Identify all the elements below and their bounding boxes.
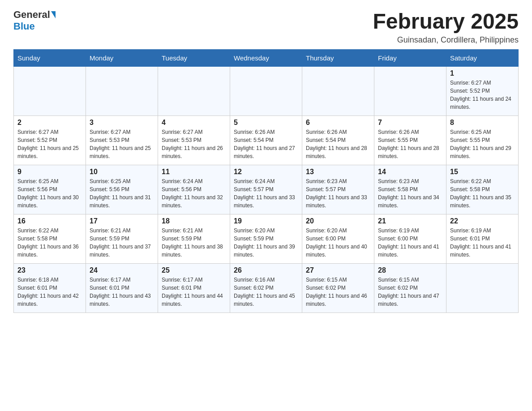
day-number: 27 [306, 266, 370, 274]
calendar-cell: 12Sunrise: 6:24 AM Sunset: 5:57 PM Dayli… [230, 165, 302, 214]
calendar-cell: 14Sunrise: 6:23 AM Sunset: 5:58 PM Dayli… [374, 165, 446, 214]
logo-general-text: General [13, 9, 50, 21]
calendar-cell: 13Sunrise: 6:23 AM Sunset: 5:57 PM Dayli… [302, 165, 374, 214]
day-info: Sunrise: 6:19 AM Sunset: 6:00 PM Dayligh… [378, 227, 442, 259]
calendar-cell: 1Sunrise: 6:27 AM Sunset: 5:52 PM Daylig… [446, 67, 519, 116]
day-info: Sunrise: 6:18 AM Sunset: 6:01 PM Dayligh… [17, 276, 82, 308]
day-number: 19 [234, 217, 298, 225]
day-info: Sunrise: 6:17 AM Sunset: 6:01 PM Dayligh… [90, 276, 154, 308]
logo-triangle-icon [51, 11, 56, 18]
logo-blue-text: Blue [13, 21, 35, 32]
day-info: Sunrise: 6:21 AM Sunset: 5:59 PM Dayligh… [162, 227, 226, 259]
day-number: 8 [450, 119, 515, 127]
calendar-week-row: 2Sunrise: 6:27 AM Sunset: 5:52 PM Daylig… [14, 116, 519, 165]
day-info: Sunrise: 6:21 AM Sunset: 5:59 PM Dayligh… [90, 227, 154, 259]
col-wednesday: Wednesday [230, 50, 302, 67]
day-info: Sunrise: 6:22 AM Sunset: 5:58 PM Dayligh… [17, 227, 82, 259]
day-number: 25 [162, 266, 226, 274]
day-info: Sunrise: 6:26 AM Sunset: 5:54 PM Dayligh… [306, 128, 370, 160]
calendar-cell: 26Sunrise: 6:16 AM Sunset: 6:02 PM Dayli… [230, 264, 302, 313]
calendar-cell: 17Sunrise: 6:21 AM Sunset: 5:59 PM Dayli… [86, 214, 158, 264]
day-number: 16 [17, 217, 82, 225]
day-info: Sunrise: 6:23 AM Sunset: 5:58 PM Dayligh… [378, 177, 442, 210]
calendar-cell: 11Sunrise: 6:24 AM Sunset: 5:56 PM Dayli… [158, 165, 230, 214]
month-title: February 2025 [373, 9, 519, 34]
day-info: Sunrise: 6:15 AM Sunset: 6:02 PM Dayligh… [306, 276, 370, 308]
page-header: General Blue February 2025 Guinsadan, Co… [13, 9, 519, 45]
day-number: 26 [234, 266, 298, 274]
day-info: Sunrise: 6:17 AM Sunset: 6:01 PM Dayligh… [162, 276, 226, 308]
day-number: 12 [234, 168, 298, 176]
day-info: Sunrise: 6:25 AM Sunset: 5:56 PM Dayligh… [17, 177, 82, 210]
calendar-cell: 8Sunrise: 6:25 AM Sunset: 5:55 PM Daylig… [446, 116, 519, 165]
day-info: Sunrise: 6:22 AM Sunset: 5:58 PM Dayligh… [450, 177, 515, 210]
day-number: 9 [17, 168, 82, 176]
day-info: Sunrise: 6:27 AM Sunset: 5:52 PM Dayligh… [17, 128, 82, 160]
day-number: 6 [306, 119, 370, 127]
day-number: 10 [90, 168, 154, 176]
day-number: 28 [378, 266, 442, 274]
day-number: 22 [450, 217, 515, 225]
calendar-table: Sunday Monday Tuesday Wednesday Thursday… [13, 49, 519, 313]
calendar-cell [86, 67, 158, 116]
calendar-cell: 15Sunrise: 6:22 AM Sunset: 5:58 PM Dayli… [446, 165, 519, 214]
calendar-week-row: 16Sunrise: 6:22 AM Sunset: 5:58 PM Dayli… [14, 214, 519, 264]
col-tuesday: Tuesday [158, 50, 230, 67]
day-info: Sunrise: 6:15 AM Sunset: 6:02 PM Dayligh… [378, 276, 442, 308]
col-saturday: Saturday [446, 50, 519, 67]
day-number: 23 [17, 266, 82, 274]
calendar-cell: 3Sunrise: 6:27 AM Sunset: 5:53 PM Daylig… [86, 116, 158, 165]
day-number: 14 [378, 168, 442, 176]
day-info: Sunrise: 6:26 AM Sunset: 5:54 PM Dayligh… [234, 128, 298, 160]
day-number: 13 [306, 168, 370, 176]
calendar-cell [302, 67, 374, 116]
day-info: Sunrise: 6:27 AM Sunset: 5:53 PM Dayligh… [162, 128, 226, 160]
day-info: Sunrise: 6:25 AM Sunset: 5:56 PM Dayligh… [90, 177, 154, 210]
day-info: Sunrise: 6:23 AM Sunset: 5:57 PM Dayligh… [306, 177, 370, 210]
col-monday: Monday [86, 50, 158, 67]
day-number: 11 [162, 168, 226, 176]
calendar-cell: 6Sunrise: 6:26 AM Sunset: 5:54 PM Daylig… [302, 116, 374, 165]
logo: General Blue [13, 9, 56, 32]
day-number: 3 [90, 119, 154, 127]
day-number: 1 [450, 69, 515, 77]
calendar-week-row: 9Sunrise: 6:25 AM Sunset: 5:56 PM Daylig… [14, 165, 519, 214]
calendar-cell: 2Sunrise: 6:27 AM Sunset: 5:52 PM Daylig… [14, 116, 86, 165]
calendar-cell: 4Sunrise: 6:27 AM Sunset: 5:53 PM Daylig… [158, 116, 230, 165]
calendar-week-row: 1Sunrise: 6:27 AM Sunset: 5:52 PM Daylig… [14, 67, 519, 116]
calendar-cell: 20Sunrise: 6:20 AM Sunset: 6:00 PM Dayli… [302, 214, 374, 264]
col-friday: Friday [374, 50, 446, 67]
day-number: 24 [90, 266, 154, 274]
calendar-cell [374, 67, 446, 116]
day-info: Sunrise: 6:19 AM Sunset: 6:01 PM Dayligh… [450, 227, 515, 259]
calendar-cell: 21Sunrise: 6:19 AM Sunset: 6:00 PM Dayli… [374, 214, 446, 264]
calendar-cell: 7Sunrise: 6:26 AM Sunset: 5:55 PM Daylig… [374, 116, 446, 165]
day-number: 20 [306, 217, 370, 225]
calendar-cell: 28Sunrise: 6:15 AM Sunset: 6:02 PM Dayli… [374, 264, 446, 313]
calendar-cell: 23Sunrise: 6:18 AM Sunset: 6:01 PM Dayli… [14, 264, 86, 313]
calendar-cell [158, 67, 230, 116]
day-number: 4 [162, 119, 226, 127]
day-info: Sunrise: 6:27 AM Sunset: 5:52 PM Dayligh… [450, 79, 515, 111]
calendar-cell: 27Sunrise: 6:15 AM Sunset: 6:02 PM Dayli… [302, 264, 374, 313]
location-text: Guinsadan, Cordillera, Philippines [373, 35, 519, 45]
day-info: Sunrise: 6:16 AM Sunset: 6:02 PM Dayligh… [234, 276, 298, 308]
calendar-cell: 24Sunrise: 6:17 AM Sunset: 6:01 PM Dayli… [86, 264, 158, 313]
day-info: Sunrise: 6:20 AM Sunset: 5:59 PM Dayligh… [234, 227, 298, 259]
day-number: 7 [378, 119, 442, 127]
day-info: Sunrise: 6:24 AM Sunset: 5:57 PM Dayligh… [234, 177, 298, 210]
col-thursday: Thursday [302, 50, 374, 67]
day-number: 18 [162, 217, 226, 225]
calendar-cell: 9Sunrise: 6:25 AM Sunset: 5:56 PM Daylig… [14, 165, 86, 214]
day-number: 5 [234, 119, 298, 127]
calendar-cell: 16Sunrise: 6:22 AM Sunset: 5:58 PM Dayli… [14, 214, 86, 264]
col-sunday: Sunday [14, 50, 86, 67]
day-number: 2 [17, 119, 82, 127]
day-number: 15 [450, 168, 515, 176]
day-info: Sunrise: 6:25 AM Sunset: 5:55 PM Dayligh… [450, 128, 515, 160]
calendar-cell [446, 264, 519, 313]
day-info: Sunrise: 6:20 AM Sunset: 6:00 PM Dayligh… [306, 227, 370, 259]
calendar-cell: 19Sunrise: 6:20 AM Sunset: 5:59 PM Dayli… [230, 214, 302, 264]
calendar-cell: 5Sunrise: 6:26 AM Sunset: 5:54 PM Daylig… [230, 116, 302, 165]
day-info: Sunrise: 6:26 AM Sunset: 5:55 PM Dayligh… [378, 128, 442, 160]
